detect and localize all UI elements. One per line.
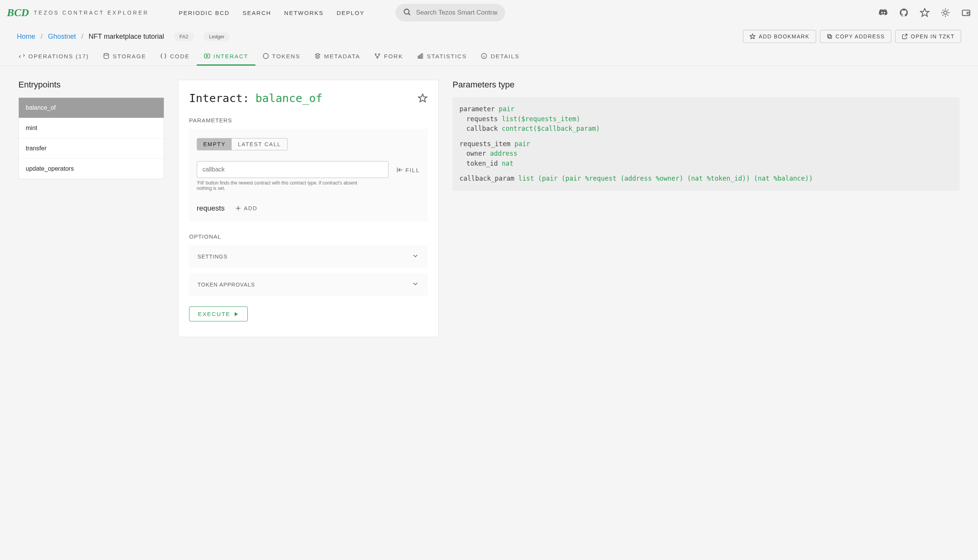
svg-rect-18	[205, 54, 210, 58]
chip-fa2: FA2	[174, 32, 194, 41]
expander-settings[interactable]: SETTINGS	[189, 245, 428, 268]
tab-interact[interactable]: INTERACT	[197, 48, 255, 66]
add-bookmark-label: ADD BOOKMARK	[759, 33, 809, 40]
callback-field[interactable]	[197, 161, 388, 178]
tab-tokens[interactable]: TOKENS	[255, 48, 307, 66]
breadcrumb-bar: Home / Ghostnet / NFT marketplace tutori…	[0, 25, 978, 48]
execute-button[interactable]: EXECUTE	[189, 307, 248, 322]
brand-text: TEZOS CONTRACT EXPLORER	[34, 10, 149, 16]
chevron-down-icon	[412, 280, 419, 289]
github-icon[interactable]	[899, 8, 909, 18]
entrypoint-transfer[interactable]: transfer	[19, 138, 164, 159]
discord-icon[interactable]	[878, 8, 888, 18]
entrypoint-balance-of[interactable]: balance_of	[19, 98, 164, 118]
execute-label: EXECUTE	[198, 311, 230, 317]
breadcrumb-home[interactable]: Home	[17, 33, 35, 41]
interact-header: Interact: balance_of	[189, 92, 428, 105]
tab-storage[interactable]: STORAGE	[96, 48, 153, 66]
logo-icon: BCD	[7, 5, 30, 20]
toggle-empty[interactable]: EMPTY	[197, 138, 232, 150]
search-input[interactable]	[416, 9, 497, 17]
svg-rect-16	[827, 35, 830, 38]
fill-label: FILL	[405, 167, 420, 173]
chip-ledger: Ledger	[204, 32, 230, 41]
breadcrumb-sep: /	[41, 33, 43, 41]
star-outline-icon[interactable]	[418, 93, 428, 103]
params-toggle: EMPTY LATEST CALL	[197, 138, 288, 150]
svg-marker-14	[750, 34, 755, 39]
add-request-button[interactable]: ADD	[235, 205, 258, 212]
nav-periodic[interactable]: PERIODIC BCD	[173, 7, 235, 19]
star-icon[interactable]	[920, 8, 930, 18]
chevron-down-icon	[412, 252, 419, 261]
nav-search[interactable]: SEARCH	[237, 7, 277, 19]
svg-point-1	[404, 9, 409, 14]
interact-card: Interact: balance_of PARAMETERS EMPTY LA…	[178, 80, 439, 337]
svg-line-9	[942, 10, 943, 10]
entrypoint-update-operators[interactable]: update_operators	[19, 159, 164, 179]
tab-code[interactable]: CODE	[153, 48, 197, 66]
svg-marker-19	[207, 55, 208, 57]
tab-metadata[interactable]: METADATA	[307, 48, 367, 66]
svg-point-4	[944, 11, 947, 15]
requests-label: requests	[197, 204, 225, 212]
tab-statistics[interactable]: STATISTICS	[410, 48, 474, 66]
callback-input[interactable]	[203, 166, 383, 173]
open-tzkt-label: OPEN IN TZKT	[911, 33, 955, 40]
params-type-title: Parameters type	[453, 80, 960, 90]
open-tzkt-button[interactable]: OPEN IN TZKT	[895, 30, 961, 43]
entrypoints-panel: Entrypoints balance_of mint transfer upd…	[18, 80, 164, 337]
fill-hint: 'Fill' button finds the newest contract …	[197, 180, 358, 191]
entrypoint-mint[interactable]: mint	[19, 118, 164, 138]
copy-address-button[interactable]: COPY ADDRESS	[820, 30, 891, 43]
toggle-latest[interactable]: LATEST CALL	[232, 138, 287, 150]
svg-line-12	[947, 10, 948, 10]
svg-text:BCD: BCD	[7, 7, 29, 18]
params-type-code: parameter pair requests list($requests_i…	[453, 97, 960, 191]
svg-line-11	[942, 15, 943, 15]
tab-operations[interactable]: OPERATIONS (17)	[12, 48, 96, 66]
optional-label: OPTIONAL	[189, 233, 428, 240]
theme-icon[interactable]	[940, 8, 950, 18]
tab-fork[interactable]: FORK	[367, 48, 410, 66]
wallet-icon[interactable]	[961, 8, 971, 18]
svg-marker-30	[418, 94, 427, 102]
search-icon	[403, 8, 412, 18]
fill-button[interactable]: FILL	[396, 167, 420, 178]
requests-row: requests ADD	[197, 204, 420, 212]
svg-point-17	[104, 53, 108, 55]
svg-marker-35	[235, 312, 238, 316]
nav-deploy[interactable]: DEPLOY	[332, 7, 370, 19]
brand[interactable]: BCD TEZOS CONTRACT EXPLORER	[7, 5, 149, 20]
search-box[interactable]	[395, 4, 505, 22]
callback-row: FILL	[197, 161, 420, 178]
entrypoints-title: Entrypoints	[18, 80, 164, 90]
entrypoint-list: balance_of mint transfer update_operator…	[18, 97, 164, 179]
svg-rect-26	[422, 54, 423, 58]
add-label: ADD	[244, 205, 258, 211]
svg-point-23	[377, 57, 378, 58]
add-bookmark-button[interactable]: ADD BOOKMARK	[743, 30, 816, 43]
svg-rect-13	[962, 10, 970, 16]
params-type-panel: Parameters type parameter pair requests …	[453, 80, 960, 337]
breadcrumb-sep: /	[81, 33, 83, 41]
interact-prefix: Interact:	[189, 92, 249, 105]
tab-details[interactable]: DETAILS	[474, 48, 526, 66]
parameters-label: PARAMETERS	[189, 117, 428, 123]
body: Entrypoints balance_of mint transfer upd…	[0, 66, 978, 351]
nav-networks[interactable]: NETWORKS	[279, 7, 329, 19]
svg-point-20	[263, 53, 268, 59]
breadcrumb-network[interactable]: Ghostnet	[48, 33, 76, 41]
expander-token-approvals[interactable]: TOKEN APPROVALS	[189, 273, 428, 296]
svg-point-22	[378, 54, 380, 55]
breadcrumb: Home / Ghostnet / NFT marketplace tutori…	[17, 32, 230, 41]
svg-line-10	[947, 15, 948, 15]
svg-rect-25	[420, 55, 421, 58]
token-approvals-label: TOKEN APPROVALS	[198, 282, 255, 288]
svg-rect-15	[828, 35, 831, 38]
top-nav: BCD TEZOS CONTRACT EXPLORER PERIODIC BCD…	[0, 0, 978, 25]
svg-marker-3	[920, 8, 929, 17]
interact-name: balance_of	[255, 92, 323, 105]
top-nav-links: PERIODIC BCD SEARCH NETWORKS DEPLOY	[173, 7, 370, 19]
svg-line-2	[408, 13, 410, 15]
